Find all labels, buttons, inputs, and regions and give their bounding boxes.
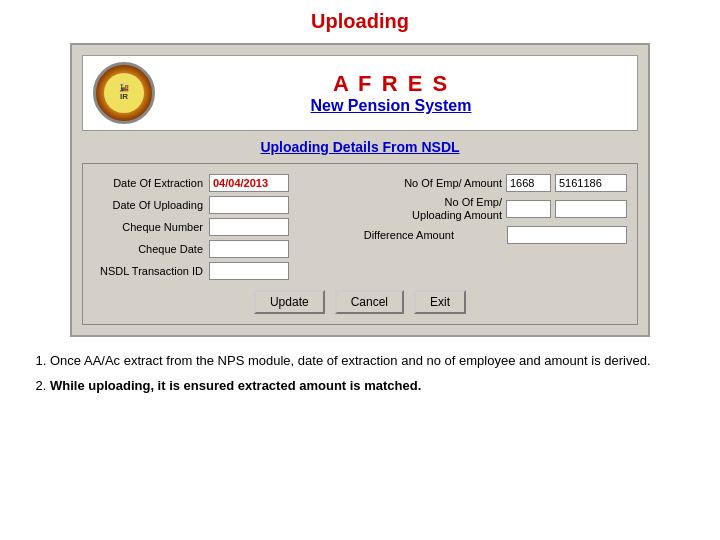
amount-input[interactable] [555, 174, 627, 192]
section-title: Uploading Details From NSDL [82, 139, 638, 155]
emp-amount-label: No Of Emp/ Amount [299, 177, 502, 189]
header-area: 🚂IR A F R E S New Pension System [82, 55, 638, 131]
cheque-number-label: Cheque Number [93, 221, 203, 233]
exit-button[interactable]: Exit [414, 290, 466, 314]
logo-text: 🚂IR [104, 73, 144, 113]
date-uploading-label: Date Of Uploading [93, 199, 203, 211]
nps-title: New Pension System [155, 97, 627, 115]
date-extraction-input[interactable] [209, 174, 289, 192]
date-extraction-label: Date Of Extraction [93, 177, 203, 189]
emp-uploading-row: No Of Emp/Uploading Amount [299, 196, 627, 222]
instructions: Once AA/Ac extract from the NPS module, … [30, 351, 690, 401]
form-left: Date Of Extraction Date Of Uploading Che… [93, 174, 289, 280]
nsdl-transaction-label: NSDL Transaction ID [93, 265, 203, 277]
form-body: Date Of Extraction Date Of Uploading Che… [82, 163, 638, 325]
form-window: 🚂IR A F R E S New Pension System Uploadi… [70, 43, 650, 337]
instruction-2: While uploading, it is ensured extracted… [50, 376, 690, 397]
update-button[interactable]: Update [254, 290, 325, 314]
emp-amount-row: No Of Emp/ Amount [299, 174, 627, 192]
cheque-date-row: Cheque Date [93, 240, 289, 258]
buttons-row: Update Cancel Exit [93, 290, 627, 314]
no-of-emp-input[interactable] [506, 174, 551, 192]
nsdl-transaction-row: NSDL Transaction ID [93, 262, 289, 280]
cheque-number-row: Cheque Number [93, 218, 289, 236]
instruction-1: Once AA/Ac extract from the NPS module, … [50, 351, 690, 372]
cancel-button[interactable]: Cancel [335, 290, 404, 314]
afres-title: A F R E S [155, 71, 627, 97]
cheque-date-input[interactable] [209, 240, 289, 258]
date-uploading-row: Date Of Uploading [93, 196, 289, 214]
nsdl-transaction-input[interactable] [209, 262, 289, 280]
date-extraction-row: Date Of Extraction [93, 174, 289, 192]
diff-amount-label: Difference Amount [299, 229, 454, 241]
header-text: A F R E S New Pension System [155, 71, 627, 115]
logo-icon: 🚂IR [93, 62, 155, 124]
diff-amount-row: Difference Amount [299, 226, 627, 244]
page-title: Uploading [311, 10, 409, 33]
cheque-number-input[interactable] [209, 218, 289, 236]
date-uploading-input[interactable] [209, 196, 289, 214]
form-right: No Of Emp/ Amount No Of Emp/Uploading Am… [299, 174, 627, 280]
uploading-amount-input[interactable] [555, 200, 627, 218]
cheque-date-label: Cheque Date [93, 243, 203, 255]
diff-amount-input[interactable] [507, 226, 627, 244]
emp-uploading-label: No Of Emp/Uploading Amount [299, 196, 502, 222]
emp-uploading-input[interactable] [506, 200, 551, 218]
